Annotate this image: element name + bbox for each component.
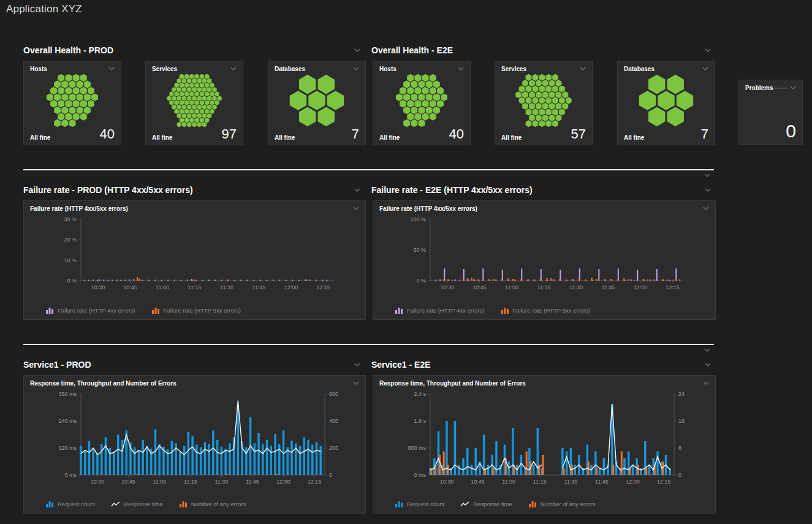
chevron-down-icon[interactable] bbox=[702, 380, 710, 386]
chart-legend: Failure rate (HTTP 4xx errors) Failure r… bbox=[395, 307, 590, 314]
failure-rate-chart[interactable]: 0 %10 %20 %30 %10:3010:4511:0011:1511:30… bbox=[28, 212, 362, 297]
status-text: All fine bbox=[152, 134, 172, 141]
service-metrics-chart[interactable]: 0 ms120 ms240 ms360 ms020040060010:3010:… bbox=[28, 387, 362, 491]
chevron-down-icon[interactable] bbox=[352, 66, 360, 72]
legend-item-5xx[interactable]: Failure rate (HTTP 5xx errors) bbox=[501, 307, 591, 314]
legend-item-response-time[interactable]: Response time bbox=[111, 501, 162, 507]
status-text: All fine bbox=[501, 134, 522, 141]
health-tile-services-e2e[interactable]: Services All fine57 bbox=[495, 61, 593, 145]
svg-text:11:15: 11:15 bbox=[184, 479, 197, 485]
svg-text:12:00: 12:00 bbox=[626, 479, 640, 485]
svg-text:240 ms: 240 ms bbox=[58, 418, 77, 424]
chevron-down-icon[interactable] bbox=[353, 187, 362, 193]
chevron-down-icon[interactable] bbox=[353, 362, 362, 368]
entity-count: 57 bbox=[571, 127, 586, 141]
bar-chart-icon bbox=[395, 501, 403, 507]
legend-item-response-time[interactable]: Response time bbox=[460, 501, 512, 507]
bar-chart-icon bbox=[528, 501, 537, 507]
tile-title: Services bbox=[501, 66, 526, 72]
chevron-down-icon[interactable] bbox=[702, 205, 710, 211]
chevron-down-icon[interactable] bbox=[704, 187, 712, 193]
legend-label: Request count bbox=[58, 501, 95, 507]
chevron-down-icon[interactable] bbox=[457, 66, 465, 72]
tile-title: Services bbox=[152, 66, 177, 72]
legend-item-request-count[interactable]: Request count bbox=[45, 501, 95, 507]
failure-rate-chart-tile-e2e[interactable]: Failure rate (HTTP 4xx/5xx errors) 0 %50… bbox=[373, 200, 716, 320]
svg-text:10:30: 10:30 bbox=[440, 479, 454, 485]
section-title-health-prod: Overall Health - PROD bbox=[23, 45, 113, 55]
chevron-down-icon[interactable] bbox=[107, 66, 116, 72]
legend-item-errors[interactable]: Number of any errors bbox=[179, 501, 246, 507]
bar-chart-icon bbox=[45, 501, 54, 507]
honeycomb-chart[interactable] bbox=[385, 74, 458, 127]
status-text: All fine bbox=[30, 134, 50, 141]
health-tile-databases-e2e[interactable]: Databases All fine7 bbox=[617, 61, 715, 145]
legend-item-errors[interactable]: Number of any errors bbox=[528, 501, 596, 507]
svg-text:10 %: 10 % bbox=[64, 257, 77, 264]
chevron-down-icon[interactable] bbox=[704, 362, 712, 368]
health-tile-hosts-prod[interactable]: Hosts All fine40 bbox=[23, 61, 121, 145]
health-tile-hosts-e2e[interactable]: Hosts All fine40 bbox=[373, 61, 471, 145]
svg-text:10:30: 10:30 bbox=[91, 479, 105, 485]
legend-item-request-count[interactable]: Request count bbox=[395, 501, 444, 507]
service-metrics-chart[interactable]: 0 ms800 ms1.6 s2.4 s08162410:3010:4511:0… bbox=[377, 387, 711, 491]
svg-text:400: 400 bbox=[329, 418, 338, 424]
honeycomb-chart[interactable] bbox=[280, 74, 354, 127]
chevron-down-icon[interactable] bbox=[353, 47, 362, 53]
line-chart-icon bbox=[460, 501, 469, 507]
legend-label: Failure rate (HTTP 5xx errors) bbox=[164, 307, 241, 314]
health-tile-services-prod[interactable]: Services All fine97 bbox=[145, 61, 243, 145]
honeycomb-chart[interactable] bbox=[507, 74, 580, 127]
section-header-health-prod: Overall Health - PROD bbox=[23, 45, 362, 56]
chevron-down-icon[interactable] bbox=[352, 380, 360, 386]
svg-text:0: 0 bbox=[678, 472, 681, 478]
tile-title: Databases bbox=[275, 66, 305, 72]
svg-text:2.4 s: 2.4 s bbox=[414, 391, 426, 397]
honeycomb-chart[interactable] bbox=[629, 74, 703, 127]
problems-sparkline bbox=[774, 88, 787, 89]
section-title-service-e2e: Service1 - E2E bbox=[371, 360, 431, 370]
chevron-down-icon[interactable] bbox=[704, 47, 712, 53]
honeycomb-chart[interactable] bbox=[157, 74, 231, 127]
svg-text:120 ms: 120 ms bbox=[58, 445, 77, 451]
svg-text:20 %: 20 % bbox=[64, 237, 77, 243]
chevron-down-icon[interactable] bbox=[229, 66, 238, 72]
svg-text:12:15: 12:15 bbox=[316, 284, 330, 290]
legend-item-5xx[interactable]: Failure rate (HTTP 5xx errors) bbox=[151, 307, 241, 314]
chevron-down-icon[interactable] bbox=[579, 66, 587, 72]
chart-legend: Request count Response time Number of an… bbox=[45, 501, 246, 507]
chevron-down-icon[interactable] bbox=[703, 172, 711, 178]
line-chart-icon bbox=[111, 501, 120, 507]
service-chart-tile-e2e[interactable]: Response time, Throughput and Number of … bbox=[373, 375, 716, 514]
chart-legend: Request count Response time Number of an… bbox=[395, 501, 595, 507]
svg-text:11:00: 11:00 bbox=[505, 284, 518, 290]
svg-text:0 ms: 0 ms bbox=[414, 472, 426, 478]
svg-text:10:30: 10:30 bbox=[441, 284, 455, 290]
chevron-down-icon[interactable] bbox=[352, 205, 360, 211]
svg-text:0 %: 0 % bbox=[67, 278, 77, 284]
svg-text:11:45: 11:45 bbox=[252, 284, 266, 290]
legend-label: Number of any errors bbox=[541, 501, 596, 507]
legend-label: Failure rate (HTTP 4xx errors) bbox=[58, 307, 135, 314]
legend-item-4xx[interactable]: Failure rate (HTTP 4xx errors) bbox=[395, 307, 485, 314]
svg-text:0 %: 0 % bbox=[416, 278, 426, 284]
service-chart-tile-prod[interactable]: Response time, Throughput and Number of … bbox=[23, 375, 366, 514]
chevron-down-icon[interactable] bbox=[703, 347, 711, 353]
problems-tile[interactable]: Problems 0 bbox=[738, 80, 803, 145]
entity-count: 40 bbox=[100, 127, 115, 141]
chevron-down-icon[interactable] bbox=[701, 66, 710, 72]
legend-item-4xx[interactable]: Failure rate (HTTP 4xx errors) bbox=[45, 307, 135, 314]
svg-text:11:00: 11:00 bbox=[156, 284, 169, 290]
dashboard: Application XYZ Overall Health - PROD Ov… bbox=[0, 0, 812, 524]
svg-text:0 ms: 0 ms bbox=[64, 472, 77, 478]
chevron-down-icon[interactable] bbox=[789, 85, 797, 91]
failure-rate-chart-tile-prod[interactable]: Failure rate (HTTP 4xx/5xx errors) 0 %10… bbox=[23, 200, 366, 320]
failure-rate-chart[interactable]: 0 %50 %100 %10:3010:4511:0011:1511:3011:… bbox=[377, 212, 711, 297]
svg-text:11:30: 11:30 bbox=[220, 284, 233, 290]
honeycomb-chart[interactable] bbox=[36, 74, 109, 127]
health-tile-databases-prod[interactable]: Databases All fine7 bbox=[268, 61, 366, 145]
svg-text:10:45: 10:45 bbox=[471, 479, 485, 485]
svg-text:200: 200 bbox=[329, 445, 338, 451]
tile-title: Response time, Throughput and Number of … bbox=[30, 380, 176, 387]
bar-chart-icon bbox=[179, 501, 188, 507]
